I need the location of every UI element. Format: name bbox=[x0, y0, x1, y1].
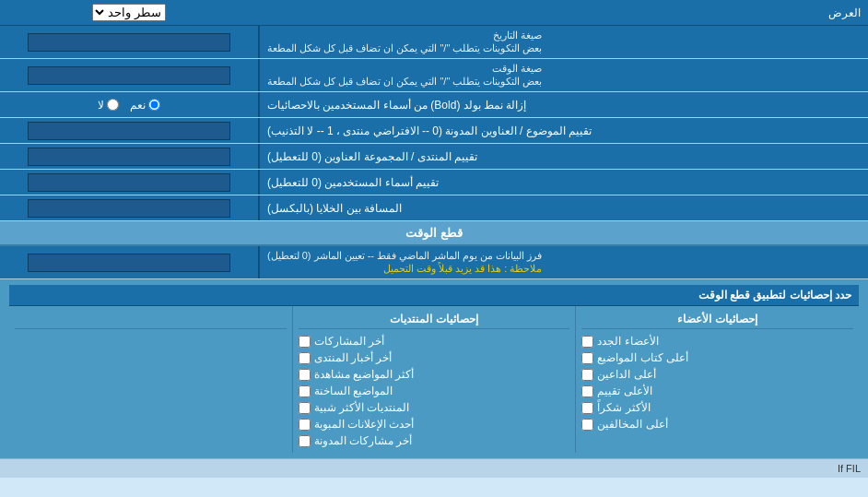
users-order-label: تقييم أسماء المستخدمين (0 للتعطيل) bbox=[258, 170, 868, 195]
bold-remove-radio-container: نعم لا bbox=[0, 92, 258, 117]
checkbox-new-members[interactable] bbox=[581, 336, 593, 348]
realtime-filter-row: فرز البيانات من يوم الماشر الماضي فقط --… bbox=[0, 246, 868, 279]
checkbox-last-news[interactable] bbox=[299, 352, 311, 364]
users-order-input-container: 0 bbox=[0, 170, 258, 195]
checkbox-item: الأعضاء الجدد bbox=[581, 333, 853, 349]
checkbox-top-topic-writers[interactable] bbox=[581, 352, 593, 364]
top-dropdown-container: سطر واحد bbox=[0, 2, 258, 23]
checkbox-item: الأكثر شكراً bbox=[581, 399, 853, 416]
page-title: العرض bbox=[258, 3, 868, 23]
checkbox-item: أعلى المخالفين bbox=[581, 416, 853, 432]
users-order-row: تقييم أسماء المستخدمين (0 للتعطيل) 0 bbox=[0, 170, 868, 195]
realtime-section-header: قطع الوقت bbox=[0, 221, 868, 246]
members-col-header: إحصائيات الأعضاء bbox=[581, 310, 853, 329]
date-format-input[interactable]: d-m bbox=[28, 33, 230, 52]
checkbox-item: أخر مشاركات المدونة bbox=[299, 432, 570, 449]
bold-remove-row: إزالة نمط بولد (Bold) من أسماء المستخدمي… bbox=[0, 92, 868, 118]
forum-order-row: تقييم المنتدى / المجموعة العناوين (0 للت… bbox=[0, 144, 868, 170]
checkbox-item: أعلى كتاب المواضيع bbox=[581, 349, 853, 366]
checkbox-item: الأعلى تقييم bbox=[581, 383, 853, 399]
checkboxes-section: حدد إحصائيات لتطبيق قطع الوقت إحصائيات ا… bbox=[0, 279, 868, 458]
checkboxes-grid: إحصائيات الأعضاء الأعضاء الجدد أعلى كتاب… bbox=[9, 306, 859, 453]
checkbox-item: المواضيع الساخنة bbox=[299, 383, 570, 399]
bold-yes-label[interactable]: نعم bbox=[130, 99, 160, 112]
realtime-filter-label: فرز البيانات من يوم الماشر الماضي فقط --… bbox=[258, 246, 868, 278]
checkbox-hot-topics[interactable] bbox=[299, 385, 311, 397]
checkbox-top-inviters[interactable] bbox=[581, 369, 593, 381]
top-row: العرض سطر واحد bbox=[0, 0, 868, 26]
main-container: العرض سطر واحد صيغة التاريخ بعض التكوينا… bbox=[0, 0, 868, 478]
bold-yes-radio[interactable] bbox=[148, 99, 160, 111]
checkbox-item: أكثر المواضيع مشاهدة bbox=[299, 366, 570, 383]
spacing-row: المسافة بين الخلايا (بالبكسل) 2 bbox=[0, 195, 868, 221]
realtime-filter-input[interactable]: 0 bbox=[28, 254, 230, 272]
right-col-header bbox=[15, 310, 287, 329]
checkbox-latest-classified-ads[interactable] bbox=[299, 419, 311, 431]
checkbox-item: أخر المشاركات bbox=[299, 333, 570, 349]
time-format-input-container: H:i bbox=[0, 59, 258, 91]
date-format-label: صيغة التاريخ بعض التكوينات يتطلب "/" الت… bbox=[258, 26, 868, 58]
bold-no-radio[interactable] bbox=[107, 99, 119, 111]
date-format-input-container: d-m bbox=[0, 26, 258, 58]
bold-remove-label: إزالة نمط بولد (Bold) من أسماء المستخدمي… bbox=[258, 92, 868, 117]
checkbox-col-right bbox=[9, 306, 292, 453]
checkbox-most-similar-forums[interactable] bbox=[299, 402, 311, 414]
display-select[interactable]: سطر واحد bbox=[92, 4, 166, 21]
time-format-row: صيغة الوقت بعض التكوينات يتطلب "/" التي … bbox=[0, 59, 868, 92]
spacing-input[interactable]: 2 bbox=[28, 199, 230, 218]
checkbox-last-blog-posts[interactable] bbox=[299, 435, 311, 447]
footer: If FIL bbox=[0, 458, 868, 478]
stats-limit-header: حدد إحصائيات لتطبيق قطع الوقت bbox=[9, 285, 859, 306]
checkbox-top-rated[interactable] bbox=[581, 385, 593, 397]
checkbox-item: أعلى الداعين bbox=[581, 366, 853, 383]
topic-order-input-container: 33 bbox=[0, 118, 258, 143]
forum-order-input-container: 33 bbox=[0, 144, 258, 169]
checkbox-col-members: إحصائيات الأعضاء الأعضاء الجدد أعلى كتاب… bbox=[575, 306, 859, 453]
forums-col-header: إحصائيات المنتديات bbox=[299, 310, 570, 329]
checkbox-most-viewed[interactable] bbox=[299, 369, 311, 381]
topic-order-input[interactable]: 33 bbox=[28, 122, 230, 140]
forum-order-input[interactable]: 33 bbox=[28, 148, 230, 166]
forum-order-label: تقييم المنتدى / المجموعة العناوين (0 للت… bbox=[258, 144, 868, 169]
spacing-input-container: 2 bbox=[0, 195, 258, 220]
time-format-input[interactable]: H:i bbox=[28, 66, 230, 85]
bold-no-label[interactable]: لا bbox=[98, 99, 119, 112]
checkbox-col-forums: إحصائيات المنتديات أخر المشاركات أخر أخب… bbox=[292, 306, 576, 453]
checkbox-most-thanks[interactable] bbox=[581, 402, 593, 414]
users-order-input[interactable]: 0 bbox=[28, 173, 230, 192]
checkbox-item: أحدث الإعلانات المبوبة bbox=[299, 416, 570, 432]
topic-order-row: تقييم الموضوع / العناوين المدونة (0 -- ا… bbox=[0, 118, 868, 144]
date-format-row: صيغة التاريخ بعض التكوينات يتطلب "/" الت… bbox=[0, 26, 868, 59]
bold-radio-group: نعم لا bbox=[98, 99, 160, 112]
time-format-label: صيغة الوقت بعض التكوينات يتطلب "/" التي … bbox=[258, 59, 868, 91]
spacing-label: المسافة بين الخلايا (بالبكسل) bbox=[258, 195, 868, 220]
checkbox-top-violators[interactable] bbox=[581, 419, 593, 431]
checkbox-item: المنتديات الأكثر شبية bbox=[299, 399, 570, 416]
checkbox-item: أخر أخبار المنتدى bbox=[299, 349, 570, 366]
topic-order-label: تقييم الموضوع / العناوين المدونة (0 -- ا… bbox=[258, 118, 868, 143]
realtime-filter-input-container: 0 bbox=[0, 246, 258, 278]
checkbox-last-posts[interactable] bbox=[299, 336, 311, 348]
